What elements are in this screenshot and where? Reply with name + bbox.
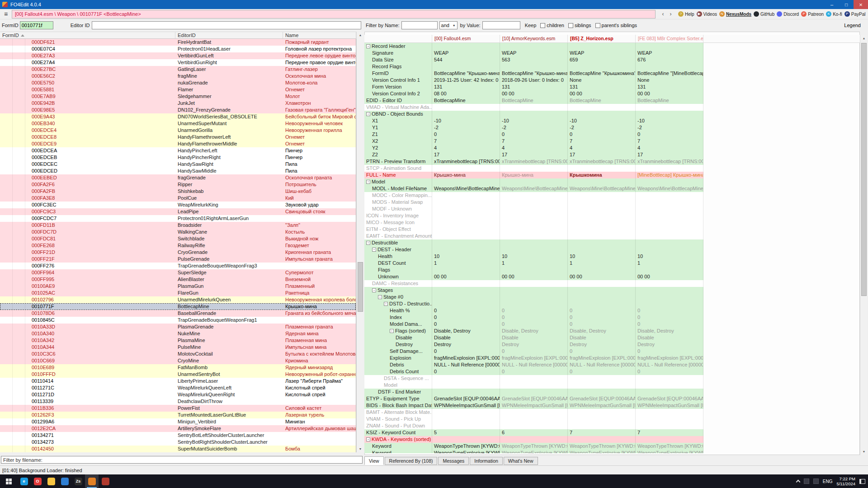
zs-app-icon[interactable]: Zs <box>71 474 85 488</box>
left-scrollbar[interactable]: ▲ ▼ <box>356 32 363 452</box>
nav-link-videos[interactable]: ▶Videos <box>697 11 717 17</box>
record-row[interactable]: -KWDA - Keywords (sorted) <box>364 436 703 443</box>
start-button[interactable] <box>0 474 17 488</box>
record-row[interactable]: Index0000 <box>364 314 703 321</box>
table-row[interactable]: 0010A342PlasmaMineПлазменная мина <box>0 337 356 344</box>
editorid-input[interactable] <box>92 21 361 29</box>
record-row[interactable]: Version Control Info 208 0000 0000 0000 … <box>364 90 703 97</box>
table-row[interactable]: 000FDC7DWalkingCaneКостыль <box>0 229 356 235</box>
record-row[interactable]: -Flags (sorted)Disable, DestroyDisable, … <box>364 328 703 334</box>
collapse-toggle-icon[interactable]: - <box>366 44 370 48</box>
column-header-editorid[interactable]: EditorID <box>175 32 283 38</box>
file-explorer-icon[interactable] <box>44 474 58 488</box>
record-row[interactable]: PTRN - Preview TransformxTranminebottlec… <box>364 158 703 165</box>
record-row[interactable]: X1-10-10-10-10 <box>364 117 703 124</box>
nav-link-discord[interactable]: Discord <box>777 11 799 17</box>
formid-input[interactable] <box>20 21 53 29</box>
record-row[interactable]: -Model <box>364 178 703 185</box>
collapse-toggle-icon[interactable]: - <box>366 241 370 245</box>
operator-dropdown[interactable]: and <box>439 21 458 29</box>
table-row[interactable]: 000EEBEDfragGrenadeОсколочная граната <box>0 174 356 181</box>
table-row[interactable]: 000FE268RailwayRifleГвоздемет <box>0 242 356 249</box>
nav-link-kofi[interactable]: KKo-fi <box>826 11 842 17</box>
plugin-column-header[interactable]: [10] ArmorKeywords.esm <box>500 35 568 42</box>
collapse-toggle-icon[interactable]: - <box>372 288 376 292</box>
table-row[interactable]: 000E07C4Protectron01HeadLaserГоловной ла… <box>0 46 356 52</box>
record-row[interactable]: -Destructible <box>364 239 703 246</box>
collapse-toggle-icon[interactable]: - <box>372 248 376 252</box>
record-row[interactable]: Flags <box>364 267 703 273</box>
table-row[interactable]: 000E5881FlamerОгнемет <box>0 86 356 93</box>
table-row[interactable]: 000FDC81SwitchbladeВыкидной нож <box>0 235 356 242</box>
app-blue-icon[interactable] <box>58 474 71 488</box>
record-row[interactable]: MODS - Material Swap <box>364 199 703 206</box>
scrollbar-thumb[interactable] <box>358 262 363 312</box>
record-row[interactable]: EAMT - Enchantment Amount <box>364 233 703 239</box>
table-row[interactable]: 00134273SentryBotRightShoulderClusterLau… <box>0 439 356 446</box>
scrollbar-thumb[interactable] <box>861 43 867 296</box>
collapse-toggle-icon[interactable]: - <box>366 180 370 184</box>
table-row[interactable]: 001299A6Minigun_VertibirdМиниган <box>0 418 356 425</box>
record-row[interactable]: Health10101010 <box>364 253 703 260</box>
record-row[interactable]: DEST Count1111 <box>364 260 703 267</box>
scroll-down-icon[interactable]: ▼ <box>860 448 868 455</box>
language-indicator[interactable]: ENG <box>823 479 833 484</box>
table-row[interactable]: 0011271CWeapMirelurkQueenLeftКислотный с… <box>0 385 356 391</box>
record-row[interactable]: Z217171717 <box>364 151 703 158</box>
menu-icon[interactable]: ≡ <box>0 10 12 18</box>
table-row[interactable]: 000EDCE9HandyFlamethrowerMiddleОгнемет <box>0 141 356 147</box>
record-row[interactable]: KeywordWeaponTypeExplosive [KYWD:00...We… <box>364 450 703 453</box>
record-row[interactable]: Z10000 <box>364 131 703 138</box>
record-row[interactable]: Form Version131131131131 <box>364 84 703 90</box>
table-row[interactable]: 000EDCEBHandyPincherRightПинчер <box>0 154 356 161</box>
nav-link-help[interactable]: ?Help <box>678 11 694 17</box>
table-row[interactable]: 0010A33DPlasmaGrenadeПлазменная граната <box>0 324 356 330</box>
table-row[interactable]: 000FF21FPulseGrenadeИмпульсная граната <box>0 256 356 263</box>
table-row[interactable]: 000FF21DCryoGrenadeКриогенная граната <box>0 249 356 256</box>
scroll-down-icon[interactable]: ▼ <box>357 446 364 452</box>
app-red-icon[interactable] <box>99 474 112 488</box>
table-row[interactable]: 000EB340UnarmedSuperMutantНевооруженный … <box>0 120 356 127</box>
record-row[interactable]: -DSTD - Destructio... <box>364 300 703 307</box>
record-row[interactable]: KSIZ - Keyword Count5677 <box>364 429 703 436</box>
scroll-up-icon[interactable]: ▲ <box>860 35 868 42</box>
record-row[interactable]: Health %0000 <box>364 307 703 314</box>
checkbox-children[interactable]: children <box>540 23 564 28</box>
table-row[interactable]: 0010FFFDUnarmedSentryBotНевооруженный ро… <box>0 371 356 378</box>
table-row[interactable]: 000EDCECHandySawRightПила <box>0 161 356 168</box>
table-row[interactable]: 0010C3C6MolotovCocktailБутылка с коктейл… <box>0 351 356 357</box>
record-row[interactable]: EDID - Editor IDBottlecapMineBottlecapMi… <box>364 97 703 104</box>
table-row[interactable]: 00142450SuperMutantSuiciderBombБомба <box>0 446 356 452</box>
record-row[interactable]: -Stage #0 <box>364 294 703 300</box>
table-row[interactable]: 000FA2FBShishkebabШиш-кебаб <box>0 188 356 195</box>
nav-link-github[interactable]: GitHub <box>754 11 774 17</box>
column-header-name[interactable]: Name <box>283 32 356 38</box>
record-row[interactable]: Self Damage...0000 <box>364 348 703 355</box>
table-row[interactable]: 00100AE9PlasmaGunПлазменный <box>0 283 356 290</box>
table-row[interactable]: 000E98E5DN102_FrenzyGrenadeГазовая грана… <box>0 107 356 113</box>
record-row[interactable]: Y1-2-2-2-2 <box>364 124 703 131</box>
filter-name-input[interactable] <box>401 21 438 29</box>
table-row[interactable]: 000E27BCGatlingLaserГатлинг-лазер <box>0 66 356 73</box>
table-row[interactable]: 000E27A4VertibirdGunRightПереднее правое… <box>0 59 356 66</box>
plugin-column-header[interactable]: [B5] Z_Horizon.esp <box>568 35 636 42</box>
table-row[interactable]: 000FF276TrapGrenadeBouquetWeaponFrag3 <box>0 263 356 269</box>
record-row[interactable]: -Record Header <box>364 43 703 50</box>
record-row[interactable]: Data Size544563659676 <box>364 56 703 63</box>
table-row[interactable]: 000EDCE4UnarmedGorillaНевооруженная гори… <box>0 127 356 134</box>
notification-center-icon[interactable] <box>859 479 865 484</box>
table-row[interactable]: 00110414LibertyPrimeLaserЛазер "Либерти … <box>0 378 356 385</box>
record-row[interactable]: DestroyDestroyDestroyDestroyDestroy <box>364 341 703 348</box>
record-row[interactable]: Version Control Info 12019-11-25 User: 4… <box>364 77 703 84</box>
checkbox-parent-s-siblings[interactable]: parent's siblings <box>595 23 637 28</box>
table-row[interactable]: 000E7AB9SledgehammerМолот <box>0 93 356 100</box>
collapse-toggle-icon[interactable]: - <box>366 437 370 441</box>
collapse-toggle-icon[interactable]: - <box>384 302 388 306</box>
breadcrumb[interactable]: [00] Fallout4.esm \ Weapon \ 0010771F <B… <box>12 10 656 19</box>
record-row[interactable]: SignatureWEAPWEAPWEAPWEAP <box>364 50 703 56</box>
record-row[interactable]: KeywordWeaponTypeThrown [KYWD:000...Weap… <box>364 443 703 450</box>
table-row[interactable]: 0010771FBottlecapMineКрышко-мина <box>0 303 356 310</box>
table-row[interactable]: 000FA3E8PoolCueКий <box>0 195 356 202</box>
table-row[interactable]: 00113339DeathclawDirtThrow <box>0 398 356 405</box>
table-row[interactable]: 001078D6BaseballGrenadeГраната из бейсбо… <box>0 310 356 317</box>
